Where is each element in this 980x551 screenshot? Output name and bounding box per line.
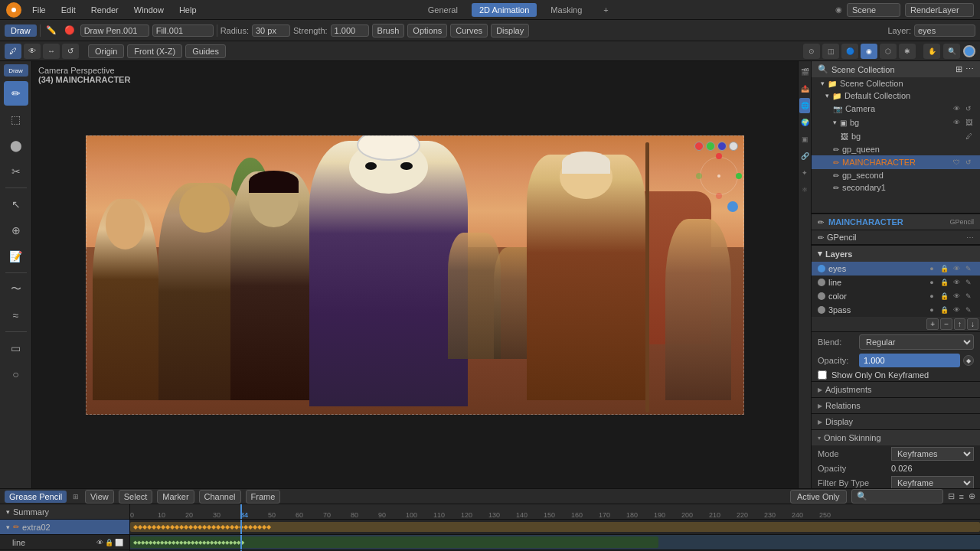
display-btn[interactable]: Display — [491, 24, 529, 37]
brush-btn[interactable]: Brush — [372, 24, 405, 37]
layer-line[interactable]: line ● 🔒 👁 ✎ — [812, 276, 980, 289]
layer-color[interactable]: color ● 🔒 👁 ✎ — [812, 289, 980, 303]
outliner-default-collection[interactable]: ▾ 📁 Default Collection — [812, 90, 980, 102]
layer-up-btn[interactable]: ↑ — [954, 318, 965, 330]
overlay-btn4[interactable]: ◉ — [861, 44, 877, 59]
overlay-btn6[interactable]: ✱ — [899, 44, 916, 59]
bgimg-vis[interactable]: 🖊 — [963, 131, 974, 142]
pass-vis4[interactable]: ✎ — [963, 305, 974, 315]
viewport-canvas[interactable]: Camera Perspective (34) MAINCHARACTER — [32, 61, 798, 488]
relations-header[interactable]: ▶ Relations — [812, 398, 980, 413]
track-extra02[interactable]: ▾ ✏ extra02 — [0, 520, 129, 535]
grease-pencil-btn[interactable]: Grease Pencil — [5, 491, 67, 503]
move-icon[interactable]: ↔ — [43, 44, 60, 59]
radius-input[interactable] — [252, 24, 290, 37]
select-btn-tl[interactable]: Select — [119, 490, 153, 504]
pass-vis2[interactable]: 🔒 — [939, 305, 949, 315]
tool-rectangle[interactable]: ▭ — [4, 336, 28, 360]
tool-eraser[interactable]: ⬚ — [4, 107, 28, 132]
color-vis3[interactable]: 👁 — [951, 291, 962, 302]
rotate-icon[interactable]: ↺ — [62, 44, 79, 59]
overlay-btn2[interactable]: ◫ — [822, 44, 839, 59]
fill-selector[interactable] — [152, 24, 214, 37]
outliner-bg-image[interactable]: 🖼 bg 🖊 — [812, 129, 980, 143]
view-btn-tl[interactable]: View — [85, 490, 114, 504]
opacity-keyframe-btn[interactable]: ◆ — [963, 355, 974, 366]
outliner-bg[interactable]: ▾ ▣ bg 👁 🖼 — [812, 116, 980, 129]
gpencil-menu[interactable]: ⋯ — [966, 233, 974, 242]
layers-header[interactable]: ▾ Layers — [812, 245, 980, 262]
outliner-gp-queen[interactable]: ✏ gp_queen — [812, 143, 980, 155]
menu-edit[interactable]: Edit — [57, 4, 80, 16]
timeline-icon1[interactable]: ⊞ — [71, 491, 80, 502]
onion-filter-select[interactable]: Keyframe — [891, 476, 974, 488]
view-gizmo[interactable] — [700, 157, 738, 195]
adjustments-header[interactable]: ▶ Adjustments — [812, 382, 980, 397]
props-tab-physics[interactable]: ⚛ — [799, 182, 810, 197]
bg-vis1[interactable]: 👁 — [951, 117, 962, 128]
color-vis2[interactable]: 🔒 — [939, 291, 949, 302]
track-summary[interactable]: ▾ Summary — [0, 504, 129, 520]
track-line[interactable]: line 👁 🔒 ⬜ — [0, 535, 129, 550]
props-tab-output[interactable]: 📤 — [799, 81, 810, 96]
onion-header[interactable]: ▾ Onion Skinning — [812, 430, 980, 445]
layer-input[interactable] — [914, 24, 975, 37]
tool-smooth[interactable]: ≈ — [4, 303, 28, 328]
menu-window[interactable]: Window — [129, 4, 168, 16]
curves-btn[interactable]: Curves — [450, 24, 488, 37]
view-icon[interactable]: 👁 — [24, 44, 41, 59]
guides-btn[interactable]: Guides — [185, 44, 226, 58]
overlay-btn3[interactable]: 🔵 — [841, 44, 858, 59]
tl-zoom-icon[interactable]: ⊕ — [969, 491, 975, 501]
tool-annotate[interactable]: 📝 — [4, 244, 28, 269]
pass-vis1[interactable]: ● — [926, 305, 937, 315]
props-tab-constraints[interactable]: 🔗 — [799, 148, 810, 164]
view-btn[interactable]: Front (X-Z) — [127, 44, 182, 58]
eye-vis4[interactable]: ✎ — [963, 263, 974, 274]
origin-btn[interactable]: Origin — [88, 44, 124, 58]
tool-curve[interactable]: 〜 — [4, 277, 28, 302]
cam-vis1[interactable]: 👁 — [951, 103, 962, 114]
props-tab-world[interactable]: 🌍 — [799, 115, 810, 130]
pen-selector[interactable] — [80, 24, 149, 37]
options-icon[interactable]: ⋯ — [965, 64, 974, 74]
outliner-gp-second[interactable]: ✏ gp_second — [812, 169, 980, 181]
tool-fill[interactable]: ⬤ — [4, 133, 28, 158]
layer-eyes[interactable]: eyes ● 🔒 👁 ✎ — [812, 262, 980, 276]
eye-vis1[interactable]: ● — [926, 263, 937, 274]
keyframe-checkbox[interactable] — [818, 370, 827, 380]
opacity-bar[interactable]: 1.000 — [859, 354, 960, 367]
outliner-secondary1[interactable]: ✏ secondary1 — [812, 181, 980, 194]
outliner-maincharacter[interactable]: ✏ MAINCHARACTER 🛡 ↺ — [812, 155, 980, 169]
menu-file[interactable]: File — [28, 4, 51, 16]
line-vis2[interactable]: 🔒 — [939, 277, 949, 288]
tool-pencil[interactable]: ✏ — [4, 81, 28, 106]
layer-remove-btn[interactable]: − — [940, 318, 952, 330]
tool-transform[interactable]: ⊕ — [4, 218, 28, 243]
options-btn[interactable]: Options — [407, 24, 447, 37]
overlay-btn5[interactable]: ⬡ — [880, 44, 897, 59]
layer-3pass[interactable]: 3pass ● 🔒 👁 ✎ — [812, 303, 980, 317]
draw-mode-btn[interactable]: Draw — [5, 24, 37, 37]
frame-btn-tl[interactable]: Frame — [246, 490, 281, 504]
props-tab-particles[interactable]: ✦ — [799, 165, 810, 181]
render-layer-selector[interactable] — [905, 3, 974, 17]
outliner-scene-collection[interactable]: ▾ 📁 Scene Collection — [812, 77, 980, 90]
onion-mode-select[interactable]: Keyframes Frames — [891, 447, 974, 461]
pass-vis3[interactable]: 👁 — [951, 305, 962, 315]
marker-btn-tl[interactable]: Marker — [157, 490, 194, 504]
tool-icon-2[interactable]: 🔴 — [62, 23, 77, 38]
props-tab-render[interactable]: 🎬 — [799, 64, 810, 80]
color-vis4[interactable]: ✎ — [963, 291, 974, 302]
draw-icon[interactable]: 🖊 — [5, 44, 21, 59]
active-only-btn[interactable]: Active Only — [790, 490, 847, 504]
overlay-btn1[interactable]: ⊙ — [803, 44, 820, 59]
channel-btn-tl[interactable]: Channel — [199, 490, 241, 504]
layer-down-btn[interactable]: ↓ — [967, 318, 978, 330]
menu-render[interactable]: Render — [87, 4, 123, 16]
tl-settings-icon[interactable]: ≡ — [959, 492, 964, 501]
blend-select[interactable]: Regular Multiply Add — [859, 334, 974, 350]
line-extra-icon[interactable]: ⬜ — [115, 539, 123, 546]
eye-vis2[interactable]: 🔒 — [939, 263, 949, 274]
layer-add-btn[interactable]: + — [926, 318, 939, 330]
